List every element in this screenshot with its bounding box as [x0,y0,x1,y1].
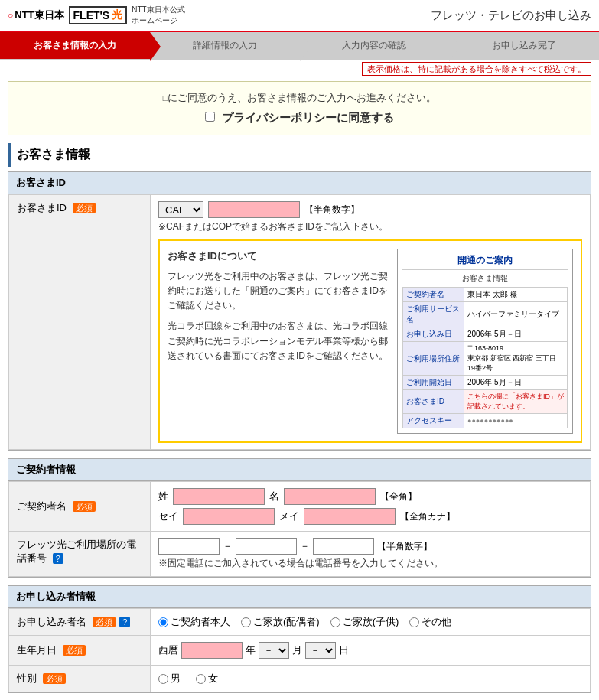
sei-mei-row: 姓 名 【全角】 [158,488,582,505]
contractor-block: ご契約者情報 ご契約者名 必須 姓 名 【全角】 [8,458,591,578]
mei-label: 名 [269,490,279,503]
radio-child[interactable]: ご家族(子供) [330,615,399,629]
gender-radio-group: 男 女 [158,672,582,685]
gender-label-cell: 性別 必須 [9,666,151,692]
card-table: ご契約者名 東日本 太郎 様 ご利用サービス名 ハイパーファミリータイプ お申し… [402,287,568,428]
applicant-required-badge: 必須 [93,617,116,627]
steps-bar: お客さま情報の入力 詳細情報の入力 入力内容の確認 お申し込み完了 [0,32,599,60]
step-arrow-3 [449,32,460,61]
card-title: 開通のご案内 [402,254,568,270]
radio-other[interactable]: その他 [409,615,451,629]
birth-required-badge: 必須 [63,645,86,656]
sei-kana-mei-kana-row: セイ メイ 【全角カナ】 [158,508,582,525]
customer-id-block: お客さまID お客さまID 必須 CAF COP 【半角数字】 [8,171,591,451]
card-subtitle: お客さま情報 [402,273,568,284]
birth-label-cell: 生年月日 必須 [9,636,151,666]
phone-input-3[interactable] [313,538,374,555]
day-select[interactable]: － 12345 678910 1112131415 1617181920 212… [305,642,336,659]
mei-input[interactable] [284,488,376,505]
applicant-table: お申し込み者名 必須 ? ご契約者本人 ご家族(配偶者) [8,608,591,692]
step-arrow-2 [300,32,311,61]
privacy-checkbox[interactable] [205,112,215,122]
birth-input-row: 西暦 年 － 1234 5678 9101112 月 － 12345 [158,642,582,659]
customer-id-label-cell: お客さまID 必須 [9,195,151,450]
caf-prefix-select[interactable]: CAF COP [158,201,203,218]
phone-input-1[interactable] [158,538,220,555]
phone-input-row: － － 【半角数字】 [158,538,582,555]
required-badge: 必須 [73,203,96,213]
customer-id-input[interactable] [208,201,300,218]
privacy-section: □にご同意のうえ、お客さま情報のご入力へお進みください。 プライバシーポリシーに… [8,81,591,135]
header: ○ NTT東日本 FLET'S 光 NTT東日本公式 ホームページ フレッツ・テ… [0,0,599,32]
contractor-table: ご契約者名 必須 姓 名 【全角】 セイ メイ [8,481,591,577]
full-width-hint: 【全角】 [380,490,417,503]
name-label-cell: ご契約者名 必須 [9,482,151,532]
year-suffix: 年 [246,643,256,657]
half-kana-hint: 【半角数字】 [304,203,360,217]
mei-kana-label: メイ [279,510,299,523]
phone-note: ※固定電話にご加入されている場合は電話番号を入力してください。 [158,557,582,570]
phone-input-2[interactable] [236,538,297,555]
applicant-name-label-cell: お申し込み者名 必須 ? [9,609,151,636]
name-required-badge: 必須 [73,501,96,512]
radio-male[interactable]: 男 [158,672,181,685]
sei-kana-input[interactable] [183,508,275,525]
header-logo-group: ○ NTT東日本 FLET'S 光 NTT東日本公式 ホームページ [8,5,185,26]
mei-kana-input[interactable] [304,508,396,525]
phone-label-cell: フレッツ光ご利用場所の電話番号 ? [9,532,151,577]
info-para2: 光コラボ回線をご利用中のお客さまは、光コラボ回線ご契約時に光コラボレーションモデ… [168,319,389,363]
applicant-section-header: お申し込み者情報 [8,586,591,608]
applicant-block: お申し込み者情報 お申し込み者名 必須 ? ご契約者本人 [8,585,591,693]
info-title: お客さまIDについて [168,249,389,265]
month-select[interactable]: － 1234 5678 9101112 [259,642,289,659]
applicant-radio-group: ご契約者本人 ご家族(配偶者) ご家族(子供) その他 [158,615,582,629]
flets-logo: FLET'S 光 [69,6,128,24]
step-2: 詳細情報の入力 [150,32,300,59]
name-value-cell: 姓 名 【全角】 セイ メイ 【全角カナ】 [151,482,591,532]
day-suffix: 日 [339,643,349,657]
gender-value-cell: 男 女 [151,666,591,692]
step-1: お客さま情報の入力 [0,32,150,59]
phone-value-cell: － － 【半角数字】 ※固定電話にご加入されている場合は電話番号を入力してくださ… [151,532,591,577]
info-card: 開通のご案内 お客さま情報 ご契約者名 東日本 太郎 様 ご利用サービス名 ハイ… [397,249,573,434]
sei-label: 姓 [158,490,168,503]
info-para1: フレッツ光をご利用中のお客さまは、フレッツ光ご契約時にお送りした「開通のご案内」… [168,269,389,314]
birth-value-cell: 西暦 年 － 1234 5678 9101112 月 － 12345 [151,636,591,666]
radio-female[interactable]: 女 [196,672,218,685]
step-arrow-1 [150,32,161,61]
ntt-logo: ○ NTT東日本 [8,8,64,22]
customer-id-value-cell: CAF COP 【半角数字】 ※CAFまたはCOPで始まるお客さまIDをご記入下… [151,195,591,450]
contractor-section-header: ご契約者情報 [8,459,591,481]
applicant-name-value-cell: ご契約者本人 ご家族(配偶者) ご家族(子供) その他 [151,609,591,636]
step-4: お申し込み完了 [449,32,599,59]
main-content: お客さま情報 お客さまID お客さまID 必須 CAF COP [0,143,599,700]
price-notice-row: 表示価格は、特に記載がある場合を除きすべて税込です。 [0,60,599,78]
gender-required-badge: 必須 [43,673,66,684]
customer-id-table: お客さまID 必須 CAF COP 【半角数字】 ※CAFまたはCOPで始まるお… [8,194,591,450]
phone-separator-2: － [300,539,310,553]
era-label: 西暦 [158,643,178,657]
site-name: NTT東日本公式 ホームページ [132,5,184,26]
step-3: 入力内容の確認 [300,32,450,59]
customer-info-section-title: お客さま情報 [8,143,591,167]
radio-spouse[interactable]: ご家族(配偶者) [241,615,320,629]
privacy-text-line: □にご同意のうえ、お客さま情報のご入力へお進みください。 [21,91,578,105]
month-suffix: 月 [292,643,302,657]
sei-kana-label: セイ [158,510,178,523]
radio-contractor[interactable]: ご契約者本人 [158,615,230,629]
caf-note: ※CAFまたはCOPで始まるお客さまIDをご記入下さい。 [158,220,582,233]
applicant-help-badge[interactable]: ? [119,617,130,627]
page-title: フレッツ・テレビのお申し込み [431,8,591,23]
price-notice-box: 表示価格は、特に記載がある場合を除きすべて税込です。 [362,62,591,76]
sei-input[interactable] [173,488,265,505]
customer-id-input-row: CAF COP 【半角数字】 [158,201,582,218]
full-kana-hint: 【全角カナ】 [400,510,455,523]
phone-hint: 【半角数字】 [377,540,432,553]
year-input[interactable] [181,642,243,659]
phone-help-badge[interactable]: ? [53,553,63,564]
phone-separator-1: － [223,539,233,553]
privacy-checkbox-line[interactable]: プライバシーポリシーに同意する [21,111,578,125]
info-text-area: お客さまIDについて フレッツ光をご利用中のお客さまは、フレッツ光ご契約時にお送… [168,249,389,434]
customer-id-info-box: お客さまIDについて フレッツ光をご利用中のお客さまは、フレッツ光ご契約時にお送… [158,239,582,443]
customer-id-section-header: お客さまID [8,172,591,194]
